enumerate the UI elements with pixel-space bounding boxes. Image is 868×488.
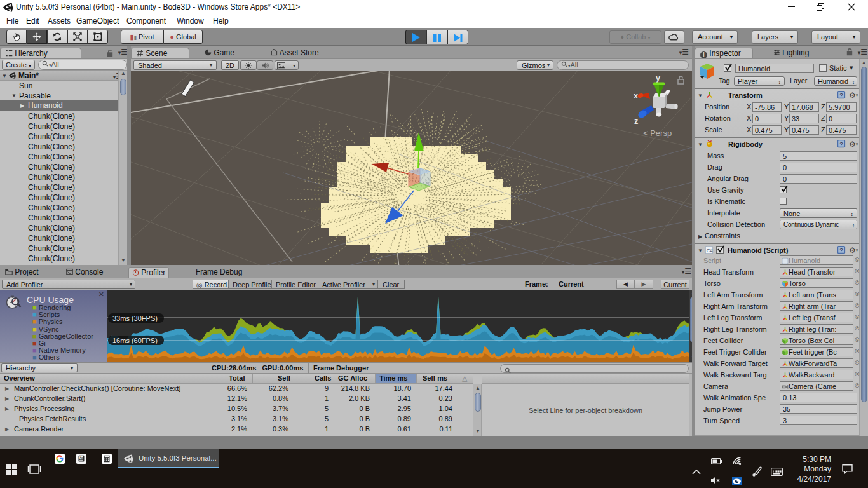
svg-text:Aa: Aa bbox=[79, 456, 83, 459]
svg-text:?: ? bbox=[839, 141, 843, 147]
svg-text:< Persp: < Persp bbox=[643, 128, 672, 138]
svg-text:?: ? bbox=[839, 247, 843, 254]
svg-text:C#: C# bbox=[707, 248, 714, 254]
svg-text:?: ? bbox=[839, 92, 843, 98]
svg-text:16ms (60FPS): 16ms (60FPS) bbox=[112, 337, 158, 344]
svg-text:33ms (30FPS): 33ms (30FPS) bbox=[112, 315, 158, 322]
svg-text:z: z bbox=[634, 117, 638, 126]
svg-text:x: x bbox=[634, 92, 638, 100]
svg-text:y: y bbox=[656, 74, 660, 83]
